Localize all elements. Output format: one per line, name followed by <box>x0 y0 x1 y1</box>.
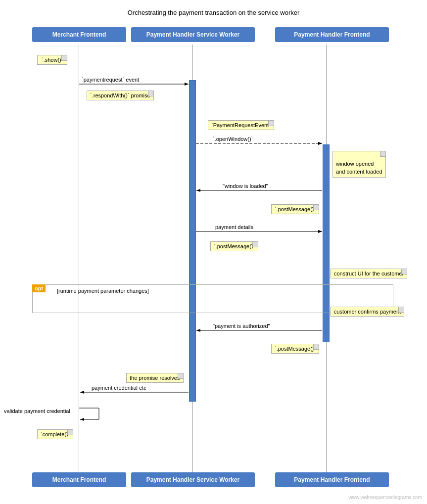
note-post-message-2: `.postMessage()` <box>210 241 258 251</box>
arrow-window-loaded-label: "window is loaded" <box>223 183 268 189</box>
self-arrow-validate <box>79 408 99 419</box>
arrow-payment-details-label: payment details <box>215 224 254 230</box>
opt-condition: [runtime payment parameter changes] <box>57 288 149 294</box>
footer-merchant: Merchant Frontend <box>32 472 126 487</box>
arrow-paymentrequest-label: `paymentrequest` event <box>82 77 139 83</box>
note-customer-confirms: customer confirms payment <box>331 307 404 317</box>
note-payment-request-event: `PaymentRequestEvent` <box>208 120 274 130</box>
arrows-layer: `paymentrequest` event `.openWindow()` "… <box>0 0 427 504</box>
header-payment-frontend: Payment Handler Frontend <box>275 27 389 42</box>
watermark: www.websequencediagrams.com <box>349 495 422 500</box>
lifeline-merchant <box>79 45 79 475</box>
footer-service-worker: Payment Handler Service Worker <box>131 472 255 487</box>
footer-payment-frontend: Payment Handler Frontend <box>275 472 389 487</box>
arrow-payment-credential-label: payment credential etc <box>92 385 146 391</box>
header-merchant: Merchant Frontend <box>32 27 126 42</box>
note-window-opened: window openedand content loaded <box>332 151 386 178</box>
note-validate-credential: validate payment credential <box>4 408 70 414</box>
note-construct-ui: construct UI for the customer <box>331 269 407 278</box>
note-show: `.show()` <box>37 55 67 65</box>
arrow-payment-authorized-label: "payment is authorized" <box>213 323 270 329</box>
note-complete: `complete()` <box>37 429 73 439</box>
diagram-container: Orchestrating the payment transaction on… <box>0 0 427 504</box>
arrow-open-window-label: `.openWindow()` <box>213 136 253 142</box>
note-respond-with: `.respondWith()` promise <box>87 91 154 100</box>
header-service-worker: Payment Handler Service Worker <box>131 27 255 42</box>
opt-label: opt <box>32 284 46 292</box>
note-post-message-1: `.postMessage()` <box>271 204 319 214</box>
note-post-message-3: `.postMessage()` <box>271 344 319 354</box>
page-title: Orchestrating the payment transaction on… <box>0 0 427 21</box>
note-promise-resolves: the promise resolves <box>126 373 184 383</box>
activation-box-sw <box>189 80 196 402</box>
